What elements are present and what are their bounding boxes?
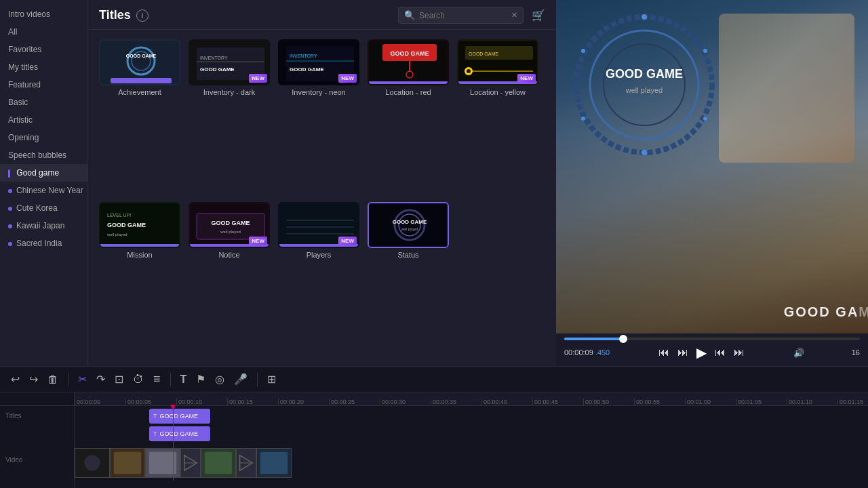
flag-button[interactable]: ⚑ bbox=[193, 371, 208, 387]
title-clip-1[interactable]: T GOOD GAME bbox=[149, 409, 210, 424]
transition-2[interactable] bbox=[236, 448, 256, 478]
progress-bar[interactable] bbox=[564, 338, 860, 340]
svg-text:GOOD GAME: GOOD GAME bbox=[126, 54, 157, 58]
split-view-button[interactable]: ⊞ bbox=[264, 371, 279, 387]
play-button[interactable]: ▶ bbox=[695, 343, 708, 362]
sidebar-item-cute-korea[interactable]: Cute Korea bbox=[0, 199, 87, 217]
sidebar-item-chinese-new-year[interactable]: Chinese New Year bbox=[0, 182, 87, 199]
notice-label: Notice bbox=[218, 251, 239, 259]
svg-rect-4 bbox=[111, 78, 172, 83]
title-card-location-red[interactable]: GOOD GAME Location - red bbox=[368, 39, 449, 194]
panel-header: Titles i 🔍 ✕ 🛒 bbox=[88, 0, 556, 30]
titles-panel: Titles i 🔍 ✕ 🛒 bbox=[88, 0, 556, 366]
location-button[interactable]: ◎ bbox=[212, 371, 227, 387]
next-frame-button[interactable]: ⏮ bbox=[713, 345, 727, 360]
video-thumb-1[interactable] bbox=[75, 448, 110, 478]
title-track-label: Titles bbox=[0, 406, 74, 425]
title-card-mission[interactable]: LEVEL UP! GOOD GAME well played Mission bbox=[99, 202, 180, 357]
players-label: Players bbox=[307, 251, 332, 259]
title-card-location-yellow[interactable]: GOOD GAME NEW Location - yellow bbox=[457, 39, 538, 194]
delete-button[interactable]: 🗑 bbox=[45, 372, 61, 387]
info-icon[interactable]: i bbox=[136, 9, 149, 22]
svg-point-51 bbox=[642, 14, 647, 20]
clip-2-label: GOOD GAME bbox=[160, 430, 199, 437]
svg-text:GOOD GAME: GOOD GAME bbox=[606, 67, 683, 81]
svg-text:INVENTORY: INVENTORY bbox=[290, 54, 317, 58]
cut-button[interactable]: ✂ bbox=[75, 371, 90, 387]
sidebar-item-good-game[interactable]: Good game bbox=[0, 164, 87, 182]
svg-rect-20 bbox=[369, 81, 449, 85]
clip-1-label: GOOD GAME bbox=[160, 413, 199, 420]
preview-video: GOOD GAME well played GOOD GAM bbox=[556, 0, 868, 333]
video-thumb-4[interactable] bbox=[201, 448, 236, 478]
search-icon: 🔍 bbox=[404, 10, 415, 20]
inventory-neon-label: Inventory - neon bbox=[292, 88, 346, 96]
redo2-button[interactable]: ↷ bbox=[94, 371, 108, 387]
speed-button[interactable]: ⏱ bbox=[130, 372, 146, 387]
sidebar-item-sacred-india[interactable]: Sacred India bbox=[0, 235, 87, 252]
title-card-notice[interactable]: GOOD GAME well played NEW Notice bbox=[189, 202, 270, 357]
sidebar-item-featured[interactable]: Featured bbox=[0, 76, 87, 94]
sidebar-item-kawaii-japan[interactable]: Kawaii Japan bbox=[0, 217, 87, 235]
new-badge-notice: NEW bbox=[249, 237, 267, 245]
sidebar-item-opening[interactable]: Opening bbox=[0, 129, 87, 146]
clear-icon[interactable]: ✕ bbox=[511, 11, 517, 20]
svg-point-25 bbox=[467, 69, 471, 73]
svg-point-56 bbox=[581, 49, 585, 53]
search-input[interactable] bbox=[419, 11, 507, 20]
ruler-mark-5: 00:00:25 bbox=[329, 399, 380, 405]
title-card-achievement[interactable]: GOOD GAME Achievement bbox=[99, 39, 180, 194]
svg-text:GOOD GAME: GOOD GAME bbox=[200, 66, 235, 73]
video-thumb-2[interactable] bbox=[110, 448, 145, 478]
cart-icon[interactable]: 🛒 bbox=[532, 9, 545, 22]
sidebar-item-all[interactable]: All bbox=[0, 23, 87, 41]
go-to-start-button[interactable]: ⏮ bbox=[657, 345, 671, 360]
undo-button[interactable]: ↩ bbox=[8, 371, 22, 387]
sidebar-item-intro-videos[interactable]: Intro videos bbox=[0, 5, 87, 23]
sidebar: Intro videos All Favorites My titles Fea… bbox=[0, 0, 88, 366]
sidebar-item-favorites[interactable]: Favorites bbox=[0, 41, 87, 58]
redo-button[interactable]: ↪ bbox=[26, 371, 41, 387]
sidebar-item-basic[interactable]: Basic bbox=[0, 94, 87, 111]
svg-text:GOOD GAME: GOOD GAME bbox=[393, 219, 427, 225]
title-card-inventory-neon[interactable]: INVENTORY GOOD GAME NEW Inventory - neon bbox=[278, 39, 359, 194]
svg-text:well played: well played bbox=[625, 86, 663, 94]
filter-button[interactable]: ≡ bbox=[151, 371, 163, 388]
sidebar-item-artistic[interactable]: Artistic bbox=[0, 111, 87, 129]
title-card-players[interactable]: NEW Players bbox=[278, 202, 359, 357]
svg-text:GOOD GAME: GOOD GAME bbox=[390, 50, 429, 57]
title-track-label-2 bbox=[0, 425, 74, 444]
prev-frame-button[interactable]: ⏭ bbox=[676, 345, 690, 360]
title-clip-2[interactable]: T GOOD GAME bbox=[149, 426, 210, 441]
title-card-inventory-dark[interactable]: INVENTORY GOOD GAME NEW Inventory - dark bbox=[189, 39, 270, 194]
playback-bar: 00:00:09.450 ⏮ ⏭ ▶ ⏮ ⏭ 🔊 16 bbox=[556, 333, 868, 366]
crop-button[interactable]: ⊡ bbox=[112, 371, 126, 387]
ruler-mark-6: 00:00:30 bbox=[380, 399, 431, 405]
svg-point-48 bbox=[576, 17, 712, 152]
ruler-mark-12: 00:01:00 bbox=[685, 399, 736, 405]
svg-text:GOOD GAME: GOOD GAME bbox=[107, 222, 146, 228]
audio-button[interactable]: 🎤 bbox=[231, 371, 250, 387]
sidebar-item-speech-bubbles[interactable]: Speech bubbles bbox=[0, 146, 87, 164]
sidebar-item-my-titles[interactable]: My titles bbox=[0, 58, 87, 76]
volume-icon[interactable]: 🔊 bbox=[793, 348, 804, 358]
ruler-mark-0: 00:00:00 bbox=[75, 399, 125, 405]
svg-rect-62 bbox=[114, 452, 141, 474]
mission-label: Mission bbox=[127, 251, 152, 259]
ruler-mark-9: 00:00:45 bbox=[532, 399, 583, 405]
go-to-end-button[interactable]: ⏭ bbox=[732, 345, 746, 360]
svg-rect-34 bbox=[197, 214, 264, 239]
clip-text-icon-2: T bbox=[153, 430, 157, 437]
playback-control-buttons: ⏮ ⏭ ▶ ⏮ ⏭ bbox=[657, 343, 746, 362]
svg-rect-72 bbox=[260, 452, 288, 474]
dot-icon bbox=[8, 224, 12, 228]
video-track-label: Video bbox=[0, 444, 74, 475]
text-button[interactable]: T bbox=[178, 372, 190, 387]
panel-title-area: Titles i bbox=[99, 8, 149, 22]
title-card-status[interactable]: GOOD GAME well played Status bbox=[368, 202, 449, 357]
svg-point-49 bbox=[590, 30, 698, 139]
video-thumb-5[interactable] bbox=[256, 448, 292, 478]
ruler-mark-13: 00:01:05 bbox=[736, 399, 787, 405]
transition-1[interactable] bbox=[180, 448, 201, 478]
video-thumb-3[interactable] bbox=[145, 448, 180, 478]
